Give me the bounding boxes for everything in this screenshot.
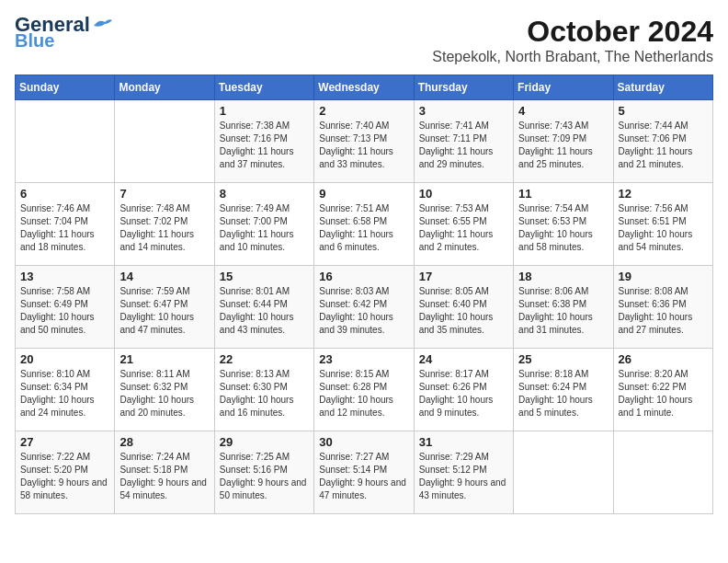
day-number: 13 bbox=[20, 270, 109, 283]
calendar-cell: 12Sunrise: 7:56 AM Sunset: 6:51 PM Dayli… bbox=[613, 183, 712, 266]
day-info: Sunrise: 7:44 AM Sunset: 7:06 PM Dayligh… bbox=[619, 120, 708, 171]
calendar-week-row: 6Sunrise: 7:46 AM Sunset: 7:04 PM Daylig… bbox=[16, 183, 713, 266]
calendar-cell bbox=[514, 431, 613, 514]
day-number: 25 bbox=[518, 352, 608, 366]
calendar-cell: 26Sunrise: 8:20 AM Sunset: 6:22 PM Dayli… bbox=[613, 349, 712, 431]
calendar-cell: 27Sunrise: 7:22 AM Sunset: 5:20 PM Dayli… bbox=[16, 431, 115, 514]
day-info: Sunrise: 8:05 AM Sunset: 6:40 PM Dayligh… bbox=[419, 285, 508, 337]
day-info: Sunrise: 7:41 AM Sunset: 7:11 PM Dayligh… bbox=[419, 120, 508, 171]
day-info: Sunrise: 8:10 AM Sunset: 6:34 PM Dayligh… bbox=[20, 368, 109, 419]
calendar-cell: 15Sunrise: 8:01 AM Sunset: 6:44 PM Dayli… bbox=[214, 266, 313, 349]
calendar-week-row: 13Sunrise: 7:58 AM Sunset: 6:49 PM Dayli… bbox=[16, 266, 713, 349]
day-number: 14 bbox=[119, 270, 209, 283]
calendar-week-row: 20Sunrise: 8:10 AM Sunset: 6:34 PM Dayli… bbox=[16, 349, 713, 431]
day-info: Sunrise: 7:25 AM Sunset: 5:16 PM Dayligh… bbox=[220, 451, 309, 502]
day-number: 17 bbox=[419, 270, 508, 283]
calendar-cell: 13Sunrise: 7:58 AM Sunset: 6:49 PM Dayli… bbox=[16, 266, 115, 349]
day-number: 30 bbox=[319, 435, 408, 449]
day-info: Sunrise: 7:46 AM Sunset: 7:04 PM Dayligh… bbox=[20, 202, 109, 254]
page-header: General Blue October 2024 Stepekolk, Nor… bbox=[15, 15, 713, 65]
day-number: 23 bbox=[319, 352, 408, 366]
day-number: 3 bbox=[419, 104, 508, 118]
logo: General Blue bbox=[15, 15, 112, 50]
day-info: Sunrise: 7:48 AM Sunset: 7:02 PM Dayligh… bbox=[119, 202, 209, 254]
day-number: 7 bbox=[119, 187, 209, 201]
calendar-week-row: 27Sunrise: 7:22 AM Sunset: 5:20 PM Dayli… bbox=[16, 431, 713, 514]
calendar-cell: 7Sunrise: 7:48 AM Sunset: 7:02 PM Daylig… bbox=[115, 183, 214, 266]
weekday-header-thursday: Thursday bbox=[414, 75, 513, 100]
day-info: Sunrise: 8:06 AM Sunset: 6:38 PM Dayligh… bbox=[518, 285, 608, 337]
calendar-cell: 19Sunrise: 8:08 AM Sunset: 6:36 PM Dayli… bbox=[613, 266, 712, 349]
weekday-header-sunday: Sunday bbox=[16, 75, 115, 100]
day-info: Sunrise: 8:18 AM Sunset: 6:24 PM Dayligh… bbox=[518, 368, 608, 419]
day-number: 21 bbox=[119, 352, 209, 366]
calendar-table: SundayMondayTuesdayWednesdayThursdayFrid… bbox=[15, 75, 713, 514]
day-number: 22 bbox=[220, 352, 309, 366]
day-info: Sunrise: 7:51 AM Sunset: 6:58 PM Dayligh… bbox=[319, 202, 408, 254]
calendar-cell: 17Sunrise: 8:05 AM Sunset: 6:40 PM Dayli… bbox=[414, 266, 513, 349]
calendar-cell: 21Sunrise: 8:11 AM Sunset: 6:32 PM Dayli… bbox=[115, 349, 214, 431]
calendar-cell: 6Sunrise: 7:46 AM Sunset: 7:04 PM Daylig… bbox=[16, 183, 115, 266]
calendar-cell: 4Sunrise: 7:43 AM Sunset: 7:09 PM Daylig… bbox=[514, 100, 613, 183]
calendar-cell: 9Sunrise: 7:51 AM Sunset: 6:58 PM Daylig… bbox=[314, 183, 414, 266]
calendar-cell: 1Sunrise: 7:38 AM Sunset: 7:16 PM Daylig… bbox=[214, 100, 313, 183]
day-info: Sunrise: 8:15 AM Sunset: 6:28 PM Dayligh… bbox=[319, 368, 408, 419]
calendar-cell: 8Sunrise: 7:49 AM Sunset: 7:00 PM Daylig… bbox=[214, 183, 313, 266]
weekday-header-tuesday: Tuesday bbox=[214, 75, 313, 100]
day-info: Sunrise: 7:38 AM Sunset: 7:16 PM Dayligh… bbox=[220, 120, 309, 171]
day-number: 4 bbox=[518, 104, 608, 118]
weekday-header-saturday: Saturday bbox=[613, 75, 712, 100]
day-info: Sunrise: 7:58 AM Sunset: 6:49 PM Dayligh… bbox=[20, 285, 109, 337]
calendar-cell: 29Sunrise: 7:25 AM Sunset: 5:16 PM Dayli… bbox=[214, 431, 313, 514]
day-number: 19 bbox=[619, 270, 708, 283]
day-info: Sunrise: 7:24 AM Sunset: 5:18 PM Dayligh… bbox=[119, 451, 209, 502]
day-number: 27 bbox=[20, 435, 109, 449]
day-number: 28 bbox=[119, 435, 209, 449]
day-info: Sunrise: 7:49 AM Sunset: 7:00 PM Dayligh… bbox=[220, 202, 309, 254]
calendar-cell: 14Sunrise: 7:59 AM Sunset: 6:47 PM Dayli… bbox=[115, 266, 214, 349]
calendar-cell bbox=[613, 431, 712, 514]
day-number: 8 bbox=[220, 187, 309, 201]
day-number: 10 bbox=[419, 187, 508, 201]
month-title: October 2024 bbox=[432, 15, 713, 49]
title-block: October 2024 Stepekolk, North Brabant, T… bbox=[432, 15, 713, 65]
calendar-cell: 23Sunrise: 8:15 AM Sunset: 6:28 PM Dayli… bbox=[314, 349, 414, 431]
calendar-cell: 20Sunrise: 8:10 AM Sunset: 6:34 PM Dayli… bbox=[16, 349, 115, 431]
calendar-cell: 28Sunrise: 7:24 AM Sunset: 5:18 PM Dayli… bbox=[115, 431, 214, 514]
day-info: Sunrise: 7:56 AM Sunset: 6:51 PM Dayligh… bbox=[619, 202, 708, 254]
day-info: Sunrise: 7:22 AM Sunset: 5:20 PM Dayligh… bbox=[20, 451, 109, 502]
day-info: Sunrise: 7:59 AM Sunset: 6:47 PM Dayligh… bbox=[119, 285, 209, 337]
logo-bird-icon bbox=[92, 17, 112, 33]
calendar-cell: 16Sunrise: 8:03 AM Sunset: 6:42 PM Dayli… bbox=[314, 266, 414, 349]
calendar-cell bbox=[16, 100, 115, 183]
day-number: 20 bbox=[20, 352, 109, 366]
calendar-cell: 5Sunrise: 7:44 AM Sunset: 7:06 PM Daylig… bbox=[613, 100, 712, 183]
calendar-cell: 11Sunrise: 7:54 AM Sunset: 6:53 PM Dayli… bbox=[514, 183, 613, 266]
day-number: 12 bbox=[619, 187, 708, 201]
calendar-cell: 24Sunrise: 8:17 AM Sunset: 6:26 PM Dayli… bbox=[414, 349, 513, 431]
location-title: Stepekolk, North Brabant, The Netherland… bbox=[432, 49, 713, 65]
day-number: 2 bbox=[319, 104, 408, 118]
day-info: Sunrise: 7:53 AM Sunset: 6:55 PM Dayligh… bbox=[419, 202, 508, 254]
day-number: 24 bbox=[419, 352, 508, 366]
day-info: Sunrise: 8:20 AM Sunset: 6:22 PM Dayligh… bbox=[619, 368, 708, 419]
day-number: 26 bbox=[619, 352, 708, 366]
day-info: Sunrise: 7:40 AM Sunset: 7:13 PM Dayligh… bbox=[319, 120, 408, 171]
day-info: Sunrise: 8:11 AM Sunset: 6:32 PM Dayligh… bbox=[119, 368, 209, 419]
day-info: Sunrise: 7:27 AM Sunset: 5:14 PM Dayligh… bbox=[319, 451, 408, 502]
calendar-cell: 3Sunrise: 7:41 AM Sunset: 7:11 PM Daylig… bbox=[414, 100, 513, 183]
day-info: Sunrise: 8:17 AM Sunset: 6:26 PM Dayligh… bbox=[419, 368, 508, 419]
calendar-cell: 2Sunrise: 7:40 AM Sunset: 7:13 PM Daylig… bbox=[314, 100, 414, 183]
day-number: 31 bbox=[419, 435, 508, 449]
day-number: 9 bbox=[319, 187, 408, 201]
logo-blue: Blue bbox=[15, 31, 54, 50]
day-number: 18 bbox=[518, 270, 608, 283]
weekday-header-monday: Monday bbox=[115, 75, 214, 100]
day-number: 16 bbox=[319, 270, 408, 283]
day-number: 6 bbox=[20, 187, 109, 201]
calendar-cell: 31Sunrise: 7:29 AM Sunset: 5:12 PM Dayli… bbox=[414, 431, 513, 514]
calendar-cell: 25Sunrise: 8:18 AM Sunset: 6:24 PM Dayli… bbox=[514, 349, 613, 431]
day-info: Sunrise: 7:29 AM Sunset: 5:12 PM Dayligh… bbox=[419, 451, 508, 502]
day-info: Sunrise: 7:43 AM Sunset: 7:09 PM Dayligh… bbox=[518, 120, 608, 171]
weekday-header-wednesday: Wednesday bbox=[314, 75, 414, 100]
